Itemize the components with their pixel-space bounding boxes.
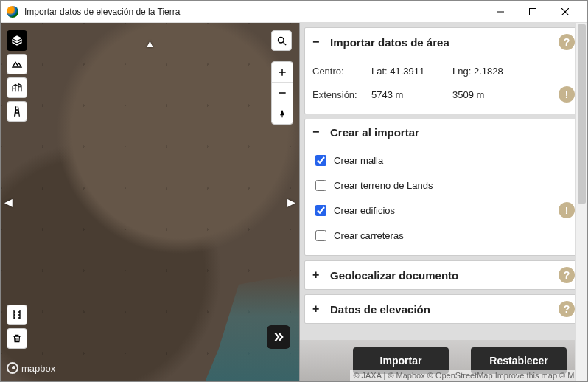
side-panel: − Importar datos de área ? Centro: Lat: … xyxy=(299,23,587,381)
section-create-head[interactable]: − Crear al importar xyxy=(305,119,582,145)
help-icon[interactable]: ? xyxy=(559,301,575,317)
close-button[interactable] xyxy=(549,1,581,23)
option-mesh[interactable]: Crear malla xyxy=(312,147,575,173)
map-view[interactable]: ▲ ◀ ▶ mapbox xyxy=(1,23,299,381)
buildings-button[interactable] xyxy=(7,77,27,98)
right-toolbar xyxy=(271,30,293,125)
option-buildings[interactable]: Crear edificios ! xyxy=(312,198,575,223)
left-toolbar xyxy=(7,30,27,122)
section-create: − Crear al importar Crear malla Crear te… xyxy=(304,119,583,256)
warning-icon[interactable]: ! xyxy=(559,202,575,218)
zoom-out-button[interactable] xyxy=(272,83,293,103)
svg-rect-1 xyxy=(530,8,536,15)
checkbox-terrain[interactable] xyxy=(315,180,326,191)
help-icon[interactable]: ? xyxy=(559,34,575,50)
zoom-in-button[interactable] xyxy=(272,62,293,83)
section-elevation-head[interactable]: + Datos de elevación ? xyxy=(305,295,582,323)
mapbox-icon xyxy=(7,362,18,374)
pan-up-button[interactable]: ▲ xyxy=(145,38,155,49)
help-icon[interactable]: ? xyxy=(559,267,575,283)
maximize-button[interactable] xyxy=(517,1,549,23)
collapse-icon: − xyxy=(312,35,324,49)
panel-body: − Importar datos de área ? Centro: Lat: … xyxy=(300,23,587,381)
search-button[interactable] xyxy=(271,30,292,51)
checkbox-roads[interactable] xyxy=(315,230,326,241)
panel-footer: Importar Restablecer © JAXA | © Mapbox ©… xyxy=(300,340,587,381)
layers-button[interactable] xyxy=(7,30,27,51)
checkbox-buildings[interactable] xyxy=(315,205,326,216)
option-terrain-label: Crear terreno de Lands xyxy=(334,180,433,191)
extent-row: Extensión: 5743 m 3509 m ! xyxy=(312,83,575,106)
compass-button[interactable] xyxy=(272,103,293,124)
map-attribution: © JAXA | © Mapbox © OpenStreetMap Improv… xyxy=(350,370,586,381)
extent-width: 5743 m xyxy=(371,89,452,100)
app-window: Importar datos de elevación de la Tierra xyxy=(0,0,588,382)
section-area: − Importar datos de área ? Centro: Lat: … xyxy=(304,27,583,114)
titlebar: Importar datos de elevación de la Tierra xyxy=(1,1,587,23)
svg-line-5 xyxy=(283,42,286,45)
center-label: Centro: xyxy=(312,66,371,77)
delete-button[interactable] xyxy=(7,328,27,349)
option-mesh-label: Crear malla xyxy=(334,155,383,166)
section-create-body: Crear malla Crear terreno de Lands Crear… xyxy=(305,145,582,255)
roads-button[interactable] xyxy=(7,101,27,122)
option-roads[interactable]: Crear carreteras xyxy=(312,223,575,248)
option-roads-label: Crear carreteras xyxy=(334,230,404,241)
section-area-body: Centro: Lat: 41.3911 Lng: 2.1828 Extensi… xyxy=(305,56,582,114)
section-geolocate-title: Geolocalizar documento xyxy=(330,269,458,282)
option-terrain[interactable]: Crear terreno de Lands xyxy=(312,173,575,198)
zoom-group xyxy=(271,61,293,125)
mapbox-text: mapbox xyxy=(21,363,55,374)
expand-icon: + xyxy=(312,302,324,316)
bottom-left-toolbar xyxy=(7,305,27,349)
expand-icon: + xyxy=(312,268,324,282)
center-lat: Lat: 41.3911 xyxy=(371,66,452,77)
scrollbar-thumb[interactable] xyxy=(578,24,586,204)
extent-label: Extensión: xyxy=(312,89,371,100)
section-create-title: Crear al importar xyxy=(330,126,419,139)
section-area-title: Importar datos de área xyxy=(330,36,449,49)
section-elevation: + Datos de elevación ? xyxy=(304,294,583,324)
section-geolocate-head[interactable]: + Geolocalizar documento ? xyxy=(305,261,582,289)
expand-panel-button[interactable] xyxy=(267,325,290,349)
extent-height: 3509 m xyxy=(452,89,526,100)
window-title: Importar datos de elevación de la Tierra xyxy=(24,7,484,17)
option-buildings-label: Crear edificios xyxy=(334,205,395,216)
minimize-button[interactable] xyxy=(484,1,517,23)
warning-icon[interactable]: ! xyxy=(559,86,575,103)
section-geolocate: + Geolocalizar documento ? xyxy=(304,260,583,290)
svg-point-4 xyxy=(278,37,284,43)
checkbox-mesh[interactable] xyxy=(315,155,326,166)
app-body: ▲ ◀ ▶ mapbox − Importar datos de área ? xyxy=(1,23,587,381)
measure-button[interactable] xyxy=(7,305,27,325)
pan-left-button[interactable]: ◀ xyxy=(4,196,13,208)
section-area-head[interactable]: − Importar datos de área ? xyxy=(305,28,582,56)
center-lng: Lng: 2.1828 xyxy=(452,66,526,77)
section-elevation-title: Datos de elevación xyxy=(330,303,430,316)
center-row: Centro: Lat: 41.3911 Lng: 2.1828 xyxy=(312,59,575,83)
mapbox-logo: mapbox xyxy=(7,362,55,374)
terrain-button[interactable] xyxy=(7,54,27,74)
app-icon xyxy=(7,6,18,18)
pan-right-button[interactable]: ▶ xyxy=(287,196,295,208)
panel-scrollbar[interactable] xyxy=(575,23,587,381)
collapse-icon: − xyxy=(312,125,324,139)
